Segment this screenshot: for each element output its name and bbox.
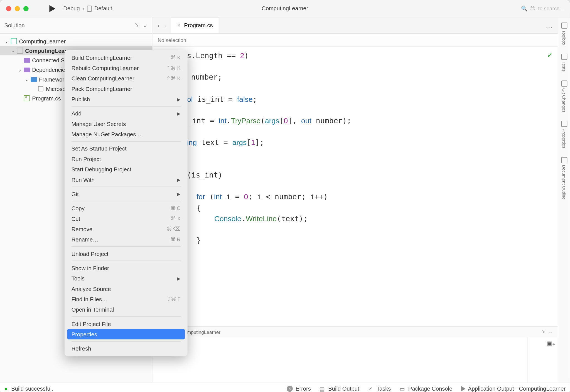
- error-icon: ×: [287, 386, 293, 392]
- chevron-down-icon[interactable]: ⌄: [143, 22, 148, 28]
- menu-item-label: Rebuild ComputingLearner: [72, 65, 139, 71]
- menu-item-label: Run With: [72, 176, 95, 183]
- solution-node[interactable]: ⌄ ComputingLearner: [0, 36, 152, 46]
- menu-shortcut: ⌘ ⌫: [167, 226, 181, 232]
- app-output-button[interactable]: Application Output - ComputingLearner: [461, 385, 566, 392]
- pin-icon[interactable]: ⇲: [135, 22, 139, 28]
- menu-item[interactable]: Rename…⌘ R: [67, 234, 185, 245]
- success-icon: ●: [4, 385, 8, 392]
- menu-separator: [72, 316, 181, 317]
- menu-shortcut: ⌘ X: [171, 216, 181, 222]
- rail-git-changes[interactable]: Git Changes: [561, 79, 567, 114]
- menu-item[interactable]: Properties: [67, 329, 185, 339]
- pin-icon[interactable]: ⇲: [541, 329, 545, 335]
- rail-tests[interactable]: Tests: [561, 52, 567, 73]
- expand-icon[interactable]: ⌄: [10, 48, 15, 53]
- folder-icon: [24, 67, 30, 72]
- package-console-button[interactable]: Package Console: [400, 385, 453, 392]
- sidebar-header: Solution ⇲ ⌄: [0, 17, 152, 34]
- menu-item[interactable]: Pack ComputingLearner: [67, 83, 185, 94]
- tasks-button[interactable]: Tasks: [368, 385, 391, 392]
- project-icon: [17, 48, 23, 54]
- menu-item-label: Copy: [72, 205, 85, 211]
- menu-separator: [72, 141, 181, 142]
- rail-properties[interactable]: Properties: [561, 119, 567, 150]
- build-output-button[interactable]: Build Output: [320, 385, 359, 392]
- csharp-file-icon: [24, 95, 30, 101]
- window-title: ComputingLearner: [262, 5, 308, 12]
- submenu-arrow-icon: ▶: [177, 111, 180, 116]
- target-icon: [87, 5, 92, 11]
- rail-toolbox[interactable]: Toolbox: [561, 21, 567, 47]
- tab-bar: ‹ › × Program.cs …: [153, 17, 558, 34]
- menu-item-label: Tools: [72, 275, 85, 282]
- menu-item[interactable]: Publish▶: [67, 94, 185, 104]
- editor-breadcrumb[interactable]: No selection: [153, 34, 558, 47]
- menu-item-label: Git: [72, 191, 79, 197]
- menu-item[interactable]: Refresh: [67, 343, 185, 354]
- search-icon: 🔍: [521, 5, 527, 11]
- code-editor[interactable]: ✓if (args.Length == 2) { int number; boo…: [153, 47, 558, 326]
- menu-item[interactable]: Open in Terminal: [67, 304, 185, 315]
- menu-item[interactable]: Start Debugging Project: [67, 164, 185, 174]
- menu-item[interactable]: Manage NuGet Packages…: [67, 129, 185, 139]
- nav-forward-button[interactable]: ›: [162, 20, 168, 30]
- submenu-arrow-icon: ▶: [177, 177, 180, 182]
- menu-item[interactable]: Add▶: [67, 108, 185, 119]
- run-button[interactable]: [49, 5, 55, 12]
- menu-separator: [72, 187, 181, 187]
- expand-icon[interactable]: ⌄: [4, 39, 9, 43]
- maximize-window-button[interactable]: [23, 6, 29, 11]
- right-rail: Toolbox Tests Git Changes Properties Doc…: [558, 17, 570, 383]
- minimize-window-button[interactable]: [15, 6, 20, 11]
- menu-item[interactable]: Set As Startup Project: [67, 143, 185, 154]
- nav-back-button[interactable]: ‹: [156, 20, 161, 30]
- menu-item-label: Cut: [72, 215, 80, 222]
- menu-item[interactable]: Clean ComputingLearner⇧⌘ K: [67, 73, 185, 83]
- terminal-add-icon[interactable]: ▣₊: [547, 340, 555, 347]
- status-bar: ● Build successful. ×Errors Build Output…: [0, 383, 570, 392]
- menu-item[interactable]: Rebuild ComputingLearner⌃⌘ K: [67, 63, 185, 73]
- menu-item[interactable]: Cut⌘ X: [67, 213, 185, 224]
- bottom-panel: Terminal – ComputingLearner ⇲ ⌄ ▣₊: [153, 326, 558, 383]
- menu-item[interactable]: Unload Project: [67, 248, 185, 259]
- build-config-selector[interactable]: Debug › Default: [63, 5, 112, 12]
- menu-item-label: Edit Project File: [72, 320, 111, 327]
- menu-item-label: Properties: [72, 331, 97, 337]
- solution-icon: [11, 38, 17, 44]
- editor-tab[interactable]: × Program.cs: [171, 17, 219, 33]
- menu-item[interactable]: Edit Project File: [67, 319, 185, 329]
- expand-icon[interactable]: ⌄: [24, 77, 29, 82]
- tab-overflow-button[interactable]: …: [540, 21, 558, 29]
- menu-separator: [72, 106, 181, 107]
- check-icon: [368, 386, 374, 392]
- menu-item-label: Find in Files…: [72, 296, 107, 302]
- outline-icon: [561, 157, 567, 163]
- chevron-down-icon[interactable]: ⌄: [549, 329, 552, 335]
- terminal-output[interactable]: [153, 337, 527, 383]
- submenu-arrow-icon: ▶: [177, 276, 180, 281]
- menu-item[interactable]: Manage User Secrets: [67, 119, 185, 129]
- status-message: Build successful.: [11, 385, 53, 392]
- menu-separator: [72, 261, 181, 261]
- errors-button[interactable]: ×Errors: [287, 385, 311, 392]
- close-tab-button[interactable]: ×: [177, 22, 181, 28]
- menu-item-label: Build ComputingLearner: [72, 54, 132, 61]
- search-box[interactable]: 🔍 ⌘. to search…: [521, 5, 565, 11]
- menu-item[interactable]: Remove⌘ ⌫: [67, 224, 185, 234]
- window-controls: [0, 6, 29, 11]
- menu-item[interactable]: Analyze Source: [67, 283, 185, 294]
- menu-item[interactable]: Build ComputingLearner⌘ K: [67, 52, 185, 63]
- expand-icon[interactable]: ⌄: [17, 67, 22, 72]
- menu-item[interactable]: Git▶: [67, 189, 185, 199]
- close-window-button[interactable]: [6, 6, 11, 11]
- menu-item[interactable]: Run Project: [67, 154, 185, 164]
- tree-label: ComputingLearner: [19, 38, 66, 44]
- menu-item[interactable]: Tools▶: [67, 273, 185, 283]
- menu-item[interactable]: Run With▶: [67, 174, 185, 185]
- submenu-arrow-icon: ▶: [177, 97, 180, 102]
- menu-item[interactable]: Find in Files…⇧⌘ F: [67, 294, 185, 304]
- menu-item[interactable]: Show in Finder: [67, 263, 185, 273]
- menu-item[interactable]: Copy⌘ C: [67, 203, 185, 213]
- rail-document-outline[interactable]: Document Outline: [561, 156, 567, 201]
